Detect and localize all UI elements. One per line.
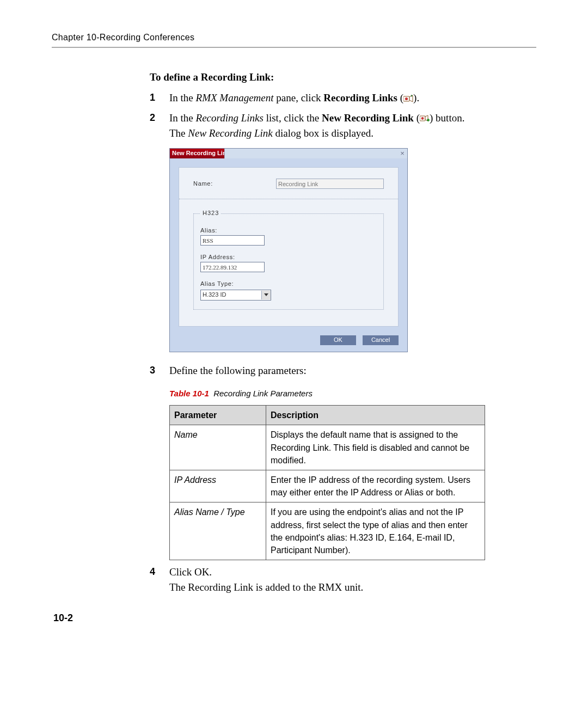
table-row: Name Displays the default name that is a…: [170, 425, 485, 470]
group-legend: H323: [200, 209, 221, 218]
chapter-header: Chapter 10-Recording Conferences: [52, 33, 536, 42]
step-text: ) button.: [430, 112, 464, 124]
recording-links-icon: [403, 95, 413, 102]
step-text: dialog box is displayed.: [273, 127, 373, 139]
new-recording-link-icon: [420, 115, 430, 122]
step-text: In the: [169, 112, 196, 124]
alias-input[interactable]: [200, 235, 265, 246]
svg-point-4: [421, 117, 424, 120]
step-number: 3: [150, 363, 169, 560]
table-cell-desc: Displays the default name that is assign…: [266, 425, 485, 470]
table-row: IP Address Enter the IP address of the r…: [170, 470, 485, 502]
parameters-table: Parameter Description Name Displays the …: [169, 405, 485, 560]
step-text: New Recording Link: [188, 127, 273, 139]
step-number: 1: [150, 90, 169, 106]
page-number: 10-2: [53, 612, 73, 624]
step-text: ).: [413, 92, 419, 103]
new-recording-link-dialog: New Recording Link × Name: H323: [169, 148, 408, 352]
table-cell-desc: If you are using the endpoint's alias an…: [266, 502, 485, 560]
chevron-down-icon[interactable]: [261, 291, 271, 299]
section-heading: To define a Recording Link:: [150, 70, 536, 85]
ok-button[interactable]: OK: [320, 335, 356, 345]
table-cell-desc: Enter the IP address of the recording sy…: [266, 470, 485, 502]
step-text: (: [414, 112, 420, 124]
step-text: Define the following parameters:: [169, 365, 307, 376]
step-text: The Recording Link is added to the RMX u…: [169, 581, 363, 593]
name-label: Name:: [193, 180, 276, 188]
header-rule: [52, 47, 536, 48]
alias-type-select[interactable]: H.323 ID: [200, 290, 271, 301]
alias-type-value: H.323 ID: [201, 291, 261, 299]
step-text: RMX Management: [196, 92, 274, 103]
step-text: pane, click: [274, 92, 324, 103]
step-text: Recording Links: [196, 112, 264, 124]
table-header-parameter: Parameter: [170, 406, 266, 425]
step-text: list, click the: [264, 112, 322, 124]
svg-point-1: [405, 97, 408, 100]
ip-address-input[interactable]: [200, 262, 265, 272]
alias-type-label: Alias Type:: [200, 280, 377, 289]
step-number: 4: [150, 565, 169, 594]
dialog-title: New Recording Link: [172, 149, 230, 158]
step-number: 2: [150, 111, 169, 358]
table-caption: Table 10-1 Recording Link Parameters: [169, 388, 536, 400]
step-text: Recording Links: [323, 92, 397, 103]
table-cell-param: Alias Name / Type: [170, 502, 266, 560]
table-header-description: Description: [266, 406, 485, 425]
table-cell-param: Name: [170, 425, 266, 470]
table-row: Alias Name / Type If you are using the e…: [170, 502, 485, 560]
h323-group: H323 Alias: IP Address: Alias Type: H.32…: [193, 209, 384, 310]
step-text: New Recording Link: [322, 112, 414, 124]
cancel-button[interactable]: Cancel: [363, 335, 399, 345]
name-field: [276, 179, 384, 189]
alias-label: Alias:: [200, 226, 377, 235]
step-text: The: [169, 127, 188, 139]
step-text: Click OK.: [169, 566, 212, 578]
close-icon[interactable]: ×: [399, 150, 406, 157]
step-text: (: [397, 92, 403, 103]
ip-label: IP Address:: [200, 253, 377, 262]
step-text: In the: [169, 92, 196, 103]
table-cell-param: IP Address: [170, 470, 266, 502]
